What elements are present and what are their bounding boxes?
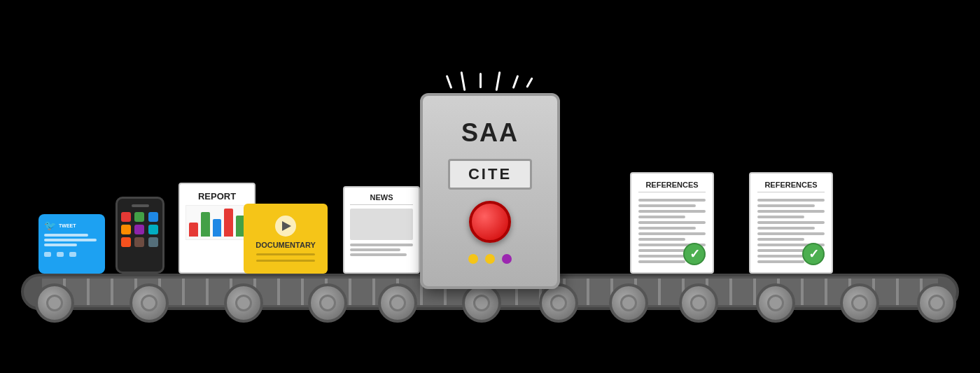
wheel <box>35 283 74 323</box>
documentary-label: DOCUMENTARY <box>255 241 316 249</box>
spark-line <box>446 75 453 89</box>
report-chart <box>186 205 248 240</box>
checkmark-1: ✓ <box>683 243 706 265</box>
documentary-item: DOCUMENTARY <box>244 204 328 274</box>
scene: 🐦 TWEET REPORT <box>0 0 980 373</box>
spark-line <box>526 77 533 87</box>
wheel <box>917 283 956 323</box>
reference-output-2: REFERENCES ✓ <box>749 172 833 274</box>
wheel <box>679 283 718 323</box>
wheel <box>756 283 795 323</box>
dot-yellow-2 <box>485 254 495 264</box>
red-button[interactable] <box>469 201 511 243</box>
phone-app-grid <box>121 212 159 247</box>
phone-item <box>115 197 164 274</box>
tweet-label: TWEET <box>59 223 76 228</box>
cite-button[interactable]: CITE <box>448 159 532 190</box>
spark-line <box>496 71 501 91</box>
spark-line <box>479 73 482 88</box>
news-image <box>350 209 413 240</box>
ref-title-1: REFERENCES <box>638 181 706 192</box>
wheel <box>840 283 879 323</box>
spark-line <box>461 71 466 91</box>
phone-speaker <box>132 204 149 207</box>
saa-label: SAA <box>461 118 519 148</box>
tweet-item: 🐦 TWEET <box>38 214 105 274</box>
play-triangle-icon <box>282 221 291 231</box>
wheel <box>378 283 417 323</box>
cite-label: CITE <box>468 165 512 183</box>
dot-purple <box>502 254 512 264</box>
reference-output-1: REFERENCES ✓ <box>630 172 714 274</box>
saa-machine: SAA CITE <box>420 93 560 289</box>
spark-line <box>512 75 519 89</box>
machine-dots <box>468 254 512 264</box>
news-title: NEWS <box>350 193 413 205</box>
wheel <box>130 283 169 323</box>
wheel <box>462 283 501 323</box>
wheel <box>308 283 347 323</box>
checkmark-2: ✓ <box>802 243 825 265</box>
play-button <box>275 216 296 237</box>
wheel <box>609 283 648 323</box>
report-title: REPORT <box>186 191 248 202</box>
wheel <box>539 283 578 323</box>
dot-yellow-1 <box>468 254 478 264</box>
wheel <box>224 283 263 323</box>
twitter-icon: 🐦 <box>44 220 56 231</box>
news-item: NEWS <box>343 186 420 274</box>
ref-title-2: REFERENCES <box>757 181 825 192</box>
